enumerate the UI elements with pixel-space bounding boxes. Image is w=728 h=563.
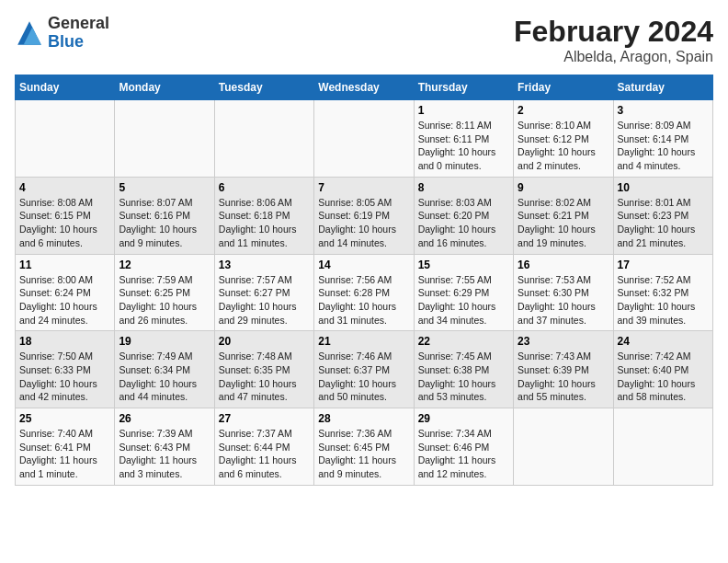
- header-saturday: Saturday: [613, 75, 712, 100]
- day-number: 18: [19, 335, 110, 348]
- cell-week5-day0: 25Sunrise: 7:40 AM Sunset: 6:41 PM Dayli…: [16, 408, 115, 486]
- day-number: 11: [19, 259, 110, 271]
- header-thursday: Thursday: [414, 75, 513, 100]
- day-number: 29: [418, 412, 509, 425]
- day-number: 4: [19, 181, 110, 194]
- day-number: 26: [119, 412, 210, 425]
- day-info: Sunrise: 7:34 AM Sunset: 6:46 PM Dayligh…: [418, 427, 509, 481]
- cell-week5-day2: 27Sunrise: 7:37 AM Sunset: 6:44 PM Dayli…: [214, 408, 313, 486]
- day-info: Sunrise: 7:56 AM Sunset: 6:28 PM Dayligh…: [318, 273, 409, 327]
- day-number: 7: [318, 181, 409, 194]
- cell-week4-day0: 18Sunrise: 7:50 AM Sunset: 6:33 PM Dayli…: [16, 331, 115, 408]
- day-number: 5: [119, 181, 210, 194]
- day-number: 17: [618, 259, 709, 271]
- cell-week1-day0: [16, 100, 115, 178]
- header-tuesday: Tuesday: [214, 75, 313, 100]
- day-number: 10: [618, 181, 709, 194]
- week-row-4: 18Sunrise: 7:50 AM Sunset: 6:33 PM Dayli…: [16, 331, 713, 408]
- cell-week3-day1: 12Sunrise: 7:59 AM Sunset: 6:25 PM Dayli…: [115, 254, 214, 331]
- day-number: 9: [518, 181, 609, 194]
- logo: General Blue: [15, 15, 109, 52]
- day-number: 13: [219, 259, 310, 271]
- cell-week1-day6: 3Sunrise: 8:09 AM Sunset: 6:14 PM Daylig…: [613, 100, 712, 178]
- header-wednesday: Wednesday: [314, 75, 414, 100]
- day-number: 23: [518, 335, 609, 348]
- cell-week2-day6: 10Sunrise: 8:01 AM Sunset: 6:23 PM Dayli…: [613, 177, 712, 254]
- day-info: Sunrise: 8:00 AM Sunset: 6:24 PM Dayligh…: [19, 273, 110, 327]
- cell-week1-day3: [314, 100, 414, 178]
- header-monday: Monday: [115, 75, 214, 100]
- cell-week3-day0: 11Sunrise: 8:00 AM Sunset: 6:24 PM Dayli…: [16, 254, 115, 331]
- week-row-1: 1Sunrise: 8:11 AM Sunset: 6:11 PM Daylig…: [16, 100, 713, 178]
- logo-blue: Blue: [48, 33, 109, 52]
- day-number: 21: [318, 335, 409, 348]
- day-info: Sunrise: 7:53 AM Sunset: 6:30 PM Dayligh…: [518, 273, 609, 327]
- cell-week4-day6: 24Sunrise: 7:42 AM Sunset: 6:40 PM Dayli…: [613, 331, 712, 408]
- cell-week2-day1: 5Sunrise: 8:07 AM Sunset: 6:16 PM Daylig…: [115, 177, 214, 254]
- day-number: 27: [219, 412, 310, 425]
- day-info: Sunrise: 7:49 AM Sunset: 6:34 PM Dayligh…: [119, 350, 210, 404]
- day-number: 6: [219, 181, 310, 194]
- logo-general: General: [48, 15, 109, 33]
- day-info: Sunrise: 8:02 AM Sunset: 6:21 PM Dayligh…: [518, 196, 609, 250]
- month-year: February 2024: [514, 15, 713, 49]
- day-info: Sunrise: 7:36 AM Sunset: 6:45 PM Dayligh…: [318, 427, 409, 481]
- week-row-2: 4Sunrise: 8:08 AM Sunset: 6:15 PM Daylig…: [16, 177, 713, 254]
- cell-week5-day5: [514, 408, 613, 486]
- day-info: Sunrise: 8:10 AM Sunset: 6:12 PM Dayligh…: [518, 119, 609, 173]
- day-info: Sunrise: 7:43 AM Sunset: 6:39 PM Dayligh…: [518, 350, 609, 404]
- cell-week4-day3: 21Sunrise: 7:46 AM Sunset: 6:37 PM Dayli…: [314, 331, 414, 408]
- header-friday: Friday: [514, 75, 613, 100]
- week-row-3: 11Sunrise: 8:00 AM Sunset: 6:24 PM Dayli…: [16, 254, 713, 331]
- days-of-week-row: Sunday Monday Tuesday Wednesday Thursday…: [16, 75, 713, 100]
- cell-week4-day5: 23Sunrise: 7:43 AM Sunset: 6:39 PM Dayli…: [514, 331, 613, 408]
- day-number: 25: [19, 412, 110, 425]
- day-number: 12: [119, 259, 210, 271]
- location: Albelda, Aragon, Spain: [514, 49, 713, 65]
- cell-week5-day1: 26Sunrise: 7:39 AM Sunset: 6:43 PM Dayli…: [115, 408, 214, 486]
- day-info: Sunrise: 7:39 AM Sunset: 6:43 PM Dayligh…: [119, 427, 210, 481]
- day-number: 16: [518, 259, 609, 271]
- cell-week1-day1: [115, 100, 214, 178]
- cell-week3-day6: 17Sunrise: 7:52 AM Sunset: 6:32 PM Dayli…: [613, 254, 712, 331]
- day-number: 2: [518, 104, 609, 117]
- logo-icon: [15, 18, 44, 48]
- cell-week4-day1: 19Sunrise: 7:49 AM Sunset: 6:34 PM Dayli…: [115, 331, 214, 408]
- day-info: Sunrise: 7:50 AM Sunset: 6:33 PM Dayligh…: [19, 350, 110, 404]
- cell-week1-day4: 1Sunrise: 8:11 AM Sunset: 6:11 PM Daylig…: [414, 100, 513, 178]
- calendar-header: Sunday Monday Tuesday Wednesday Thursday…: [16, 75, 713, 100]
- day-info: Sunrise: 8:07 AM Sunset: 6:16 PM Dayligh…: [119, 196, 210, 250]
- day-info: Sunrise: 8:11 AM Sunset: 6:11 PM Dayligh…: [418, 119, 509, 173]
- cell-week2-day2: 6Sunrise: 8:06 AM Sunset: 6:18 PM Daylig…: [214, 177, 313, 254]
- day-number: 3: [618, 104, 709, 117]
- day-info: Sunrise: 7:57 AM Sunset: 6:27 PM Dayligh…: [219, 273, 310, 327]
- cell-week1-day5: 2Sunrise: 8:10 AM Sunset: 6:12 PM Daylig…: [514, 100, 613, 178]
- cell-week3-day5: 16Sunrise: 7:53 AM Sunset: 6:30 PM Dayli…: [514, 254, 613, 331]
- day-info: Sunrise: 7:52 AM Sunset: 6:32 PM Dayligh…: [618, 273, 709, 327]
- day-info: Sunrise: 8:01 AM Sunset: 6:23 PM Dayligh…: [618, 196, 709, 250]
- cell-week3-day4: 15Sunrise: 7:55 AM Sunset: 6:29 PM Dayli…: [414, 254, 513, 331]
- day-number: 19: [119, 335, 210, 348]
- cell-week5-day4: 29Sunrise: 7:34 AM Sunset: 6:46 PM Dayli…: [414, 408, 513, 486]
- cell-week3-day2: 13Sunrise: 7:57 AM Sunset: 6:27 PM Dayli…: [214, 254, 313, 331]
- day-number: 15: [418, 259, 509, 271]
- day-number: 8: [418, 181, 509, 194]
- week-row-5: 25Sunrise: 7:40 AM Sunset: 6:41 PM Dayli…: [16, 408, 713, 486]
- cell-week2-day3: 7Sunrise: 8:05 AM Sunset: 6:19 PM Daylig…: [314, 177, 414, 254]
- day-info: Sunrise: 8:05 AM Sunset: 6:19 PM Dayligh…: [318, 196, 409, 250]
- day-info: Sunrise: 7:48 AM Sunset: 6:35 PM Dayligh…: [219, 350, 310, 404]
- cell-week4-day2: 20Sunrise: 7:48 AM Sunset: 6:35 PM Dayli…: [214, 331, 313, 408]
- cell-week4-day4: 22Sunrise: 7:45 AM Sunset: 6:38 PM Dayli…: [414, 331, 513, 408]
- header-sunday: Sunday: [16, 75, 115, 100]
- page-header: General Blue February 2024 Albelda, Arag…: [15, 15, 713, 65]
- cell-week5-day6: [613, 408, 712, 486]
- day-number: 28: [318, 412, 409, 425]
- day-number: 24: [618, 335, 709, 348]
- cell-week1-day2: [214, 100, 313, 178]
- cell-week2-day0: 4Sunrise: 8:08 AM Sunset: 6:15 PM Daylig…: [16, 177, 115, 254]
- day-info: Sunrise: 7:40 AM Sunset: 6:41 PM Dayligh…: [19, 427, 110, 481]
- cell-week5-day3: 28Sunrise: 7:36 AM Sunset: 6:45 PM Dayli…: [314, 408, 414, 486]
- day-info: Sunrise: 8:08 AM Sunset: 6:15 PM Dayligh…: [19, 196, 110, 250]
- day-info: Sunrise: 8:09 AM Sunset: 6:14 PM Dayligh…: [618, 119, 709, 173]
- day-info: Sunrise: 7:59 AM Sunset: 6:25 PM Dayligh…: [119, 273, 210, 327]
